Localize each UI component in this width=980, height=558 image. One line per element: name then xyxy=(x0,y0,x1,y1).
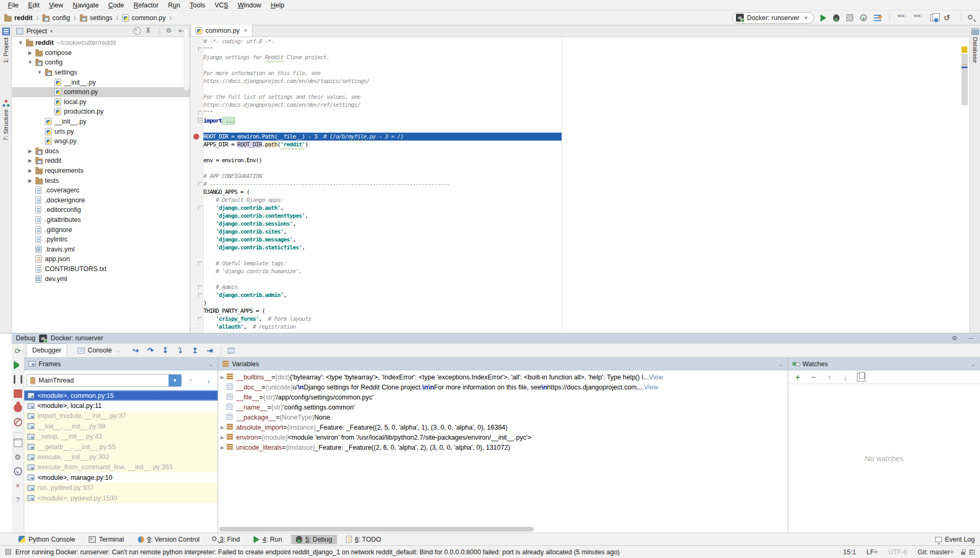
hector-icon[interactable] xyxy=(969,550,975,555)
git-branch-select[interactable]: Git: master÷ xyxy=(914,548,957,556)
thread-select[interactable]: MainThread ▼ xyxy=(26,374,182,387)
tree-item-.editorconfig[interactable]: .editorconfig xyxy=(12,205,190,215)
frame-row[interactable]: <module>, pydevd.py:1530 xyxy=(24,493,218,503)
run-to-cursor-icon[interactable]: ⇥ xyxy=(205,346,214,355)
code-line[interactable]: 'django.contrib.sessions', xyxy=(203,220,969,228)
code-line[interactable]: 'django.contrib.auth', xyxy=(203,204,969,212)
close-icon[interactable]: × xyxy=(244,27,248,34)
step-into-icon[interactable]: ↧ xyxy=(161,346,170,355)
code-line[interactable] xyxy=(203,275,969,283)
rerun-icon[interactable]: ⟳ xyxy=(14,347,22,355)
compare-with-clock-icon[interactable] xyxy=(930,14,937,21)
code-line[interactable]: THIRD_PARTY_APPS = ( xyxy=(203,307,969,315)
code-line[interactable]: For more information on this file, see xyxy=(203,69,969,77)
frame-row[interactable]: <module>, common.py:15 xyxy=(24,390,218,401)
menu-file[interactable]: File xyxy=(3,2,23,9)
toolwindow-tab--find[interactable]: 3: Find xyxy=(209,535,245,544)
settings-icon[interactable]: ⚙ xyxy=(950,333,959,343)
debug-tab-debugger[interactable]: Debugger xyxy=(26,343,67,357)
menu-vcs[interactable]: VCS xyxy=(210,2,233,9)
tree-item-wsgi.py[interactable]: wsgi.py xyxy=(12,136,190,146)
tool-stripe-database[interactable]: Database xyxy=(970,29,980,63)
tree-item-reddit[interactable]: ▼reddit ~/cookiecutter/reddit xyxy=(12,38,190,48)
code-line[interactable]: 'django.contrib.contenttypes', xyxy=(203,212,969,220)
tree-item-app.json[interactable]: app.json xyxy=(12,254,190,264)
rollback-icon[interactable]: ↺ xyxy=(944,13,953,23)
chevron-right-icon[interactable]: ▶ xyxy=(25,178,35,183)
move-watch-down-icon[interactable]: ↓ xyxy=(841,373,850,382)
code-line[interactable]: 'allauth', # registration xyxy=(203,323,969,331)
view-link[interactable]: View xyxy=(644,384,658,391)
code-line[interactable]: Django settings for Reddit Clone project… xyxy=(203,53,969,61)
frame-row[interactable]: __getattr__, __init__.py:55 xyxy=(24,442,218,452)
tree-item-.travis.yml[interactable]: .travis.yml xyxy=(12,244,190,254)
fold-marker-icon[interactable] xyxy=(198,285,202,289)
fold-expand-icon[interactable]: + xyxy=(198,118,202,123)
tree-item-dev.yml[interactable]: dev.yml xyxy=(12,274,190,284)
tree-item-.coveragerc[interactable]: .coveragerc xyxy=(12,185,190,196)
tree-item-docs[interactable]: ▶docs xyxy=(12,146,190,156)
chevron-right-icon[interactable]: ▶ xyxy=(25,158,35,163)
caret-position[interactable]: 15:1 xyxy=(840,548,859,556)
expander-icon[interactable]: ▶ xyxy=(218,445,227,450)
code-line[interactable] xyxy=(203,252,969,259)
tool-stripe-structure[interactable]: 7: Structure xyxy=(0,99,12,141)
menu-help[interactable]: Help xyxy=(266,2,289,9)
thread-dropdown-button[interactable]: ▼ xyxy=(169,374,181,387)
variable-row[interactable]: __file__ = {str} '/app/config/settings/c… xyxy=(218,392,788,402)
breadcrumb-common.py[interactable]: common.py xyxy=(122,14,166,22)
pause-program-icon[interactable] xyxy=(14,375,22,384)
code-line[interactable]: env = environ.Env() xyxy=(203,156,969,164)
collapse-all-icon[interactable]: ⊼ xyxy=(146,27,154,35)
menu-edit[interactable]: Edit xyxy=(23,2,44,9)
code-line[interactable]: 'django.contrib.admin', xyxy=(203,291,969,299)
event-log-button[interactable]: Event Log xyxy=(935,536,975,543)
frame-row[interactable]: _setup, __init__.py:43 xyxy=(24,432,218,442)
breakpoint-icon[interactable] xyxy=(193,134,199,140)
frame-row[interactable]: import_module, __init__.py:37 xyxy=(24,411,218,421)
code-line[interactable] xyxy=(203,125,969,133)
tree-item-__init__.py[interactable]: __init__.py xyxy=(12,117,190,127)
tree-item-CONTRIBUTORS.txt[interactable]: CONTRIBUTORS.txt xyxy=(12,264,190,274)
project-tree-scrollbar[interactable] xyxy=(184,27,189,91)
lock-icon[interactable] xyxy=(961,552,965,555)
tree-item-common.py[interactable]: common.py xyxy=(12,87,190,97)
chevron-right-icon[interactable]: ▶ xyxy=(25,148,35,154)
code-line[interactable]: """ xyxy=(203,45,969,53)
fold-marker-icon[interactable] xyxy=(198,262,202,265)
run-icon[interactable] xyxy=(820,14,826,22)
chevron-right-icon[interactable]: ▶ xyxy=(25,168,35,173)
project-view-select[interactable]: Project ▾ xyxy=(16,27,133,35)
panel-options-icon[interactable]: → xyxy=(778,361,783,367)
close-icon[interactable]: × xyxy=(14,481,22,490)
run-configuration-select[interactable]: dj Docker: runserver ▼ xyxy=(732,12,814,24)
fold-marker-icon[interactable] xyxy=(198,317,202,321)
tree-item-.gitignore[interactable]: .gitignore xyxy=(12,225,190,235)
update-project-icon[interactable]: ↓ xyxy=(898,13,907,23)
evaluate-expression-icon[interactable] xyxy=(228,348,235,354)
locate-file-icon[interactable] xyxy=(133,27,141,35)
pin-tab-icon[interactable] xyxy=(14,467,22,476)
tree-item-config[interactable]: ▼config xyxy=(12,58,190,68)
tree-item-.dockerignore[interactable]: .dockerignore xyxy=(12,196,190,206)
frame-row[interactable]: <module>, local.py:11 xyxy=(24,401,218,411)
code-line[interactable] xyxy=(203,85,969,93)
tool-stripe-project[interactable]: 1: Project xyxy=(0,27,12,63)
variable-row[interactable]: __name__ = {str} 'config.settings.common… xyxy=(218,402,788,412)
menu-code[interactable]: Code xyxy=(104,2,129,9)
panel-options-icon[interactable]: → xyxy=(208,361,213,367)
editor-gutter[interactable]: + xyxy=(191,38,203,333)
fold-marker-icon[interactable] xyxy=(198,182,202,186)
menu-view[interactable]: View xyxy=(44,2,68,9)
move-watch-up-icon[interactable]: ↑ xyxy=(825,373,834,382)
code-line[interactable]: # Admin xyxy=(203,283,969,291)
force-step-into-icon[interactable]: ⤵ xyxy=(175,346,185,355)
fold-marker-icon[interactable] xyxy=(198,48,202,51)
frame-row[interactable]: execute, __init__.py:302 xyxy=(24,452,218,462)
code-line[interactable] xyxy=(203,61,969,69)
editor-tab-common-py[interactable]: common.py × xyxy=(191,25,253,36)
toolwindow-tab-python-console[interactable]: Python Console xyxy=(14,535,80,544)
expander-icon[interactable]: ▶ xyxy=(218,425,227,430)
debug-tab-console[interactable]: Console→ xyxy=(72,343,126,357)
variable-row[interactable]: ▶absolute_import = {instance} _Feature: … xyxy=(218,422,788,432)
